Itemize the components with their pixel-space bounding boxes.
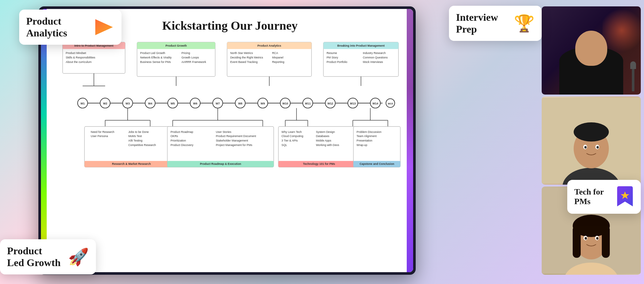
- screen-inner: Kickstarting Our Journey Intro to Produc…: [41, 9, 413, 272]
- svg-text:Deciding the Right Metrics: Deciding the Right Metrics: [230, 56, 263, 59]
- svg-point-130: [585, 146, 587, 149]
- screen-content: Kickstarting Our Journey Intro to Produc…: [47, 9, 413, 272]
- person1-face: [575, 31, 607, 66]
- svg-text:W5: W5: [170, 102, 175, 105]
- svg-text:Breaking into Product Manageme: Breaking into Product Management: [337, 44, 385, 47]
- main-container: Kickstarting Our Journey Intro to Produc…: [0, 0, 644, 284]
- svg-rect-136: [573, 226, 581, 258]
- person1-avatar: [542, 6, 641, 95]
- svg-text:W15: W15: [388, 102, 393, 105]
- product-led-growth-card: Product Led Growth 🚀: [0, 239, 96, 274]
- svg-text:AARRR Framework: AARRR Framework: [181, 60, 206, 64]
- video-panel-1: [542, 6, 641, 95]
- svg-point-131: [597, 146, 599, 149]
- mic-stand: [632, 66, 634, 91]
- svg-text:SQL: SQL: [281, 143, 287, 147]
- product-analytics-card: Product Analytics: [19, 10, 122, 45]
- svg-text:W10: W10: [282, 102, 288, 105]
- video-panel-2: [542, 96, 641, 185]
- mic-head: [630, 61, 636, 69]
- tech-pms-text: Tech for PMs: [574, 187, 612, 206]
- svg-text:Network Effects & Virality: Network Effects & Virality: [140, 56, 172, 59]
- svg-text:Growth Loops: Growth Loops: [181, 56, 199, 59]
- room-glow: [602, 6, 641, 54]
- svg-text:Product Roadmap: Product Roadmap: [170, 130, 193, 134]
- svg-point-127: [574, 122, 609, 142]
- svg-text:Project Management for PMs: Project Management for PMs: [216, 143, 253, 147]
- svg-text:User Persona: User Persona: [91, 134, 108, 138]
- curriculum-diagram: Intro to Product Management Product Mind…: [59, 42, 400, 245]
- svg-text:Capstone and Conclusion: Capstone and Conclusion: [359, 162, 394, 165]
- svg-text:Common Questions: Common Questions: [363, 56, 388, 59]
- svg-text:3 Tier & APIs: 3 Tier & APIs: [281, 139, 298, 142]
- tech-for-pms-card: Tech for PMs: [567, 180, 641, 214]
- svg-text:Presentation: Presentation: [357, 139, 372, 142]
- svg-text:W4: W4: [148, 102, 152, 105]
- svg-text:W8: W8: [238, 102, 242, 105]
- product-analytics-icon: [94, 18, 114, 37]
- svg-text:W3: W3: [126, 102, 130, 105]
- svg-text:W1: W1: [81, 102, 85, 105]
- product-led-growth-icon: 🚀: [68, 249, 89, 265]
- svg-text:Mobile Apps: Mobile Apps: [316, 139, 332, 142]
- svg-text:W9: W9: [261, 102, 265, 105]
- svg-text:North Star Metrics: North Star Metrics: [230, 51, 253, 55]
- svg-text:Mock Interviews: Mock Interviews: [363, 60, 383, 64]
- svg-text:W6: W6: [193, 102, 197, 105]
- svg-text:Industry Research: Industry Research: [363, 51, 386, 55]
- svg-text:About the curriculum: About the curriculum: [66, 60, 92, 64]
- svg-text:W14: W14: [373, 102, 378, 105]
- svg-text:MoMs Test: MoMs Test: [128, 134, 142, 138]
- svg-text:Jobs to be Done: Jobs to be Done: [128, 130, 149, 134]
- svg-text:W11: W11: [305, 102, 310, 105]
- svg-text:Product Growth: Product Growth: [166, 44, 187, 47]
- svg-text:Product Roadmap & Execution: Product Roadmap & Execution: [200, 162, 241, 165]
- svg-text:Stakeholder Management: Stakeholder Management: [216, 139, 248, 142]
- tech-pms-title: Tech for PMs: [574, 187, 612, 206]
- screen-area: Kickstarting Our Journey Intro to Produc…: [38, 6, 416, 275]
- svg-text:Technology 101 for PMs: Technology 101 for PMs: [303, 162, 335, 165]
- svg-text:User Stories: User Stories: [216, 130, 232, 134]
- product-led-growth-title: Product Led Growth: [7, 245, 64, 269]
- svg-text:Product Led Growth: Product Led Growth: [140, 51, 165, 55]
- svg-text:Mixpanel: Mixpanel: [272, 56, 283, 59]
- svg-text:PM Story: PM Story: [326, 56, 338, 59]
- svg-text:RCA: RCA: [272, 51, 278, 55]
- svg-text:Need for Research: Need for Research: [91, 130, 114, 134]
- svg-text:Pricing: Pricing: [181, 51, 190, 55]
- interview-prep-card: Interview Prep 🏆: [449, 6, 542, 41]
- svg-text:W13: W13: [350, 102, 356, 105]
- interview-prep-icon: 🏆: [514, 15, 535, 32]
- tech-pms-icon: [616, 186, 634, 208]
- svg-text:Why Learn Tech: Why Learn Tech: [281, 130, 302, 134]
- interview-prep-title: Interview Prep: [456, 12, 510, 35]
- product-led-growth-text: Product Led Growth: [7, 245, 64, 269]
- svg-text:Databases: Databases: [316, 134, 330, 138]
- svg-text:Business Sense for PMs: Business Sense for PMs: [140, 60, 171, 64]
- svg-text:Wrap-up: Wrap-up: [357, 143, 367, 147]
- svg-text:Product Requirement Document: Product Requirement Document: [216, 134, 256, 138]
- svg-text:Prioritization: Prioritization: [170, 139, 186, 142]
- left-gradient-bar: [41, 9, 47, 272]
- svg-text:Competitive Research: Competitive Research: [128, 143, 156, 147]
- svg-text:W12: W12: [327, 102, 333, 105]
- svg-text:Product Portfolio: Product Portfolio: [326, 60, 347, 64]
- svg-text:Product Mindset: Product Mindset: [66, 51, 86, 55]
- svg-text:Resume: Resume: [326, 51, 337, 55]
- svg-text:Problem Discussion: Problem Discussion: [357, 130, 381, 134]
- svg-text:System Design: System Design: [316, 130, 335, 134]
- svg-text:Reporting: Reporting: [272, 60, 284, 64]
- svg-marker-142: [95, 19, 113, 35]
- video-panels: [542, 6, 641, 275]
- svg-text:Skills & Responsibilities: Skills & Responsibilities: [66, 56, 96, 59]
- svg-text:Product Discovery: Product Discovery: [170, 143, 193, 147]
- interview-prep-text: Interview Prep: [456, 12, 510, 35]
- svg-point-140: [585, 237, 587, 240]
- svg-text:A/B Testing: A/B Testing: [128, 139, 142, 142]
- svg-text:Event Based Tracking: Event Based Tracking: [230, 60, 258, 64]
- svg-text:Research & Market Research: Research & Market Research: [112, 162, 151, 165]
- right-gradient-bar: [407, 9, 413, 272]
- product-analytics-title: Product Analytics: [26, 15, 90, 39]
- svg-text:Cloud Computing: Cloud Computing: [281, 134, 303, 138]
- person2-avatar: [542, 96, 641, 185]
